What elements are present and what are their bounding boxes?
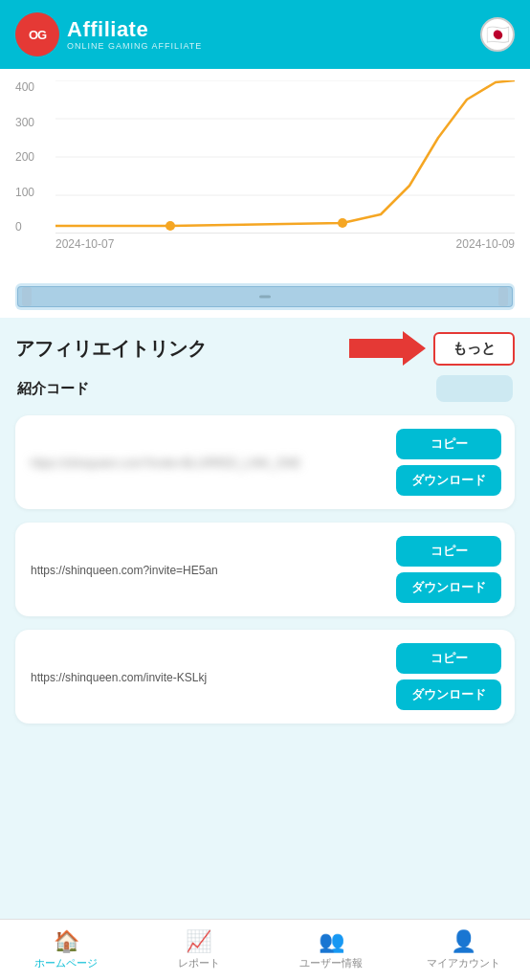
- copy-button-1[interactable]: コピー: [396, 429, 501, 459]
- y-label-200: 200: [15, 150, 52, 164]
- scrollbar-thumb: [17, 286, 513, 307]
- svg-marker-5: [349, 331, 426, 366]
- y-label-300: 300: [15, 116, 52, 129]
- scrollbar-handle-right[interactable]: [498, 287, 508, 306]
- copy-button-2[interactable]: コピー: [396, 536, 501, 567]
- scrollbar-center-mark: [259, 296, 271, 299]
- nav-label-my-account: マイアカウント: [427, 956, 500, 970]
- affiliate-section: アフィリエイトリンク もっと 紹介コード https://shinqueen.c…: [0, 318, 530, 724]
- link-text-2: https://shinqueen.com?invite=HE5an: [31, 564, 218, 577]
- bottom-nav: 🏠 ホームページ 📈 レポート 👥 ユーザー情報 👤 マイアカウント: [0, 919, 530, 980]
- affiliate-title: アフィリエイトリンク: [15, 336, 207, 362]
- link-text-3: https://shinqueen.com/invite-KSLkj: [31, 671, 207, 684]
- chart-scrollbar-area: [0, 279, 530, 318]
- copy-button-3[interactable]: コピー: [396, 643, 501, 674]
- link-text-area-1: https://shinqueen.com?invite=BLURRED_LIN…: [31, 454, 396, 472]
- link-card-1: https://shinqueen.com?invite=BLURRED_LIN…: [15, 415, 515, 509]
- nav-item-report[interactable]: 📈 レポート: [133, 920, 266, 980]
- y-label-400: 400: [15, 80, 52, 94]
- logo-text: Affiliate ONLINE GAMING AFFILIATE: [67, 18, 202, 51]
- scrollbar-track[interactable]: [15, 283, 515, 310]
- link-buttons-1: コピー ダウンロード: [396, 429, 501, 496]
- chart-y-labels: 400 300 200 100 0: [15, 80, 52, 234]
- chart-svg: [55, 80, 515, 234]
- language-flag-button[interactable]: 🇯🇵: [480, 17, 515, 52]
- chart-dot-right: [338, 218, 347, 228]
- link-text-area-2: https://shinqueen.com?invite=HE5an: [31, 561, 396, 579]
- chart-x-labels: 2024-10-07 2024-10-09: [15, 234, 515, 251]
- nav-item-my-account[interactable]: 👤 マイアカウント: [398, 920, 531, 980]
- logo-title: Affiliate: [67, 18, 202, 41]
- link-buttons-3: コピー ダウンロード: [396, 643, 501, 710]
- chart-svg-area: [55, 80, 515, 234]
- referral-row: 紹介コード: [15, 375, 515, 402]
- motto-button[interactable]: もっと: [433, 332, 515, 366]
- chart-dot-left: [166, 221, 175, 231]
- chart-line: [55, 80, 515, 226]
- scrollbar-handle-left[interactable]: [22, 287, 32, 306]
- logo-subtitle: ONLINE GAMING AFFILIATE: [67, 41, 202, 51]
- nav-item-home[interactable]: 🏠 ホームページ: [0, 920, 133, 980]
- nav-label-home: ホームページ: [34, 956, 98, 970]
- my-account-icon: 👤: [451, 929, 476, 954]
- link-text-area-3: https://shinqueen.com/invite-KSLkj: [31, 668, 396, 686]
- x-label-right: 2024-10-09: [456, 237, 515, 251]
- x-label-left: 2024-10-07: [55, 237, 114, 251]
- link-card-3: https://shinqueen.com/invite-KSLkj コピー ダ…: [15, 630, 515, 724]
- user-info-icon: 👥: [319, 929, 344, 954]
- download-button-2[interactable]: ダウンロード: [396, 572, 501, 603]
- download-button-3[interactable]: ダウンロード: [396, 679, 501, 710]
- link-text-1: https://shinqueen.com?invite=BLURRED_LIN…: [31, 457, 300, 470]
- logo-og: OG: [15, 12, 59, 56]
- link-card-2: https://shinqueen.com?invite=HE5an コピー ダ…: [15, 523, 515, 616]
- nav-label-user-info: ユーザー情報: [299, 956, 363, 970]
- link-cards-list: https://shinqueen.com?invite=BLURRED_LIN…: [15, 415, 515, 724]
- home-icon: 🏠: [54, 929, 79, 954]
- affiliate-header: アフィリエイトリンク もっと: [15, 331, 515, 366]
- y-label-0: 0: [15, 220, 52, 234]
- y-label-100: 100: [15, 186, 52, 199]
- nav-item-user-info[interactable]: 👥 ユーザー情報: [265, 920, 398, 980]
- referral-label: 紹介コード: [17, 380, 89, 398]
- chart-container: 400 300 200 100 0: [0, 69, 530, 279]
- referral-code-box: [436, 375, 513, 402]
- chart-inner: 400 300 200 100 0: [15, 80, 515, 234]
- nav-label-report: レポート: [178, 956, 220, 970]
- link-buttons-2: コピー ダウンロード: [396, 536, 501, 603]
- report-icon: 📈: [186, 929, 211, 954]
- arrow-indicator: [349, 331, 426, 366]
- download-button-1[interactable]: ダウンロード: [396, 465, 501, 496]
- app-header: OG Affiliate ONLINE GAMING AFFILIATE 🇯🇵: [0, 0, 530, 69]
- logo-area: OG Affiliate ONLINE GAMING AFFILIATE: [15, 12, 202, 56]
